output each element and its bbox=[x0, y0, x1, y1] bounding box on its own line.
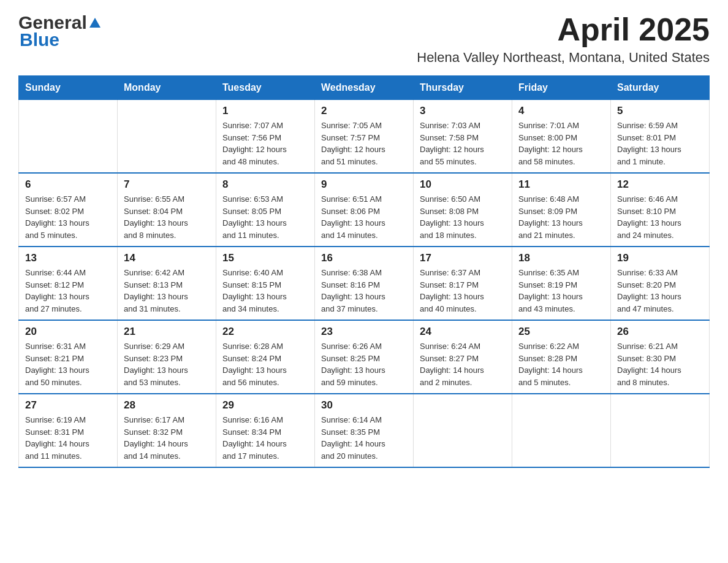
calendar-cell: 5Sunrise: 6:59 AMSunset: 8:01 PMDaylight… bbox=[611, 100, 710, 174]
day-number: 9 bbox=[321, 178, 407, 191]
day-info: Sunrise: 6:33 AMSunset: 8:20 PMDaylight:… bbox=[617, 267, 703, 315]
day-number: 1 bbox=[222, 105, 308, 117]
day-info: Sunrise: 6:22 AMSunset: 8:28 PMDaylight:… bbox=[518, 340, 604, 388]
day-number: 7 bbox=[124, 178, 210, 191]
header-row: Sunday Monday Tuesday Wednesday Thursday… bbox=[19, 76, 710, 100]
day-number: 3 bbox=[420, 105, 506, 117]
day-info: Sunrise: 6:17 AMSunset: 8:32 PMDaylight:… bbox=[124, 414, 210, 462]
day-number: 25 bbox=[518, 326, 604, 338]
calendar-row-5: 27Sunrise: 6:19 AMSunset: 8:31 PMDayligh… bbox=[19, 394, 710, 467]
calendar-cell: 21Sunrise: 6:29 AMSunset: 8:23 PMDayligh… bbox=[118, 320, 216, 394]
calendar-cell bbox=[512, 394, 611, 467]
calendar-row-2: 6Sunrise: 6:57 AMSunset: 8:02 PMDaylight… bbox=[19, 173, 710, 247]
day-number: 10 bbox=[420, 178, 506, 191]
calendar-cell: 16Sunrise: 6:38 AMSunset: 8:16 PMDayligh… bbox=[315, 247, 414, 320]
day-info: Sunrise: 7:03 AMSunset: 7:58 PMDaylight:… bbox=[420, 120, 506, 167]
day-number: 18 bbox=[518, 252, 604, 264]
calendar-row-1: 1Sunrise: 7:07 AMSunset: 7:56 PMDaylight… bbox=[19, 100, 710, 174]
day-info: Sunrise: 6:31 AMSunset: 8:21 PMDaylight:… bbox=[25, 340, 111, 388]
day-number: 30 bbox=[321, 399, 407, 412]
calendar-table: Sunday Monday Tuesday Wednesday Thursday… bbox=[18, 75, 710, 468]
calendar-cell bbox=[118, 100, 216, 174]
day-number: 24 bbox=[420, 326, 506, 338]
calendar-cell: 23Sunrise: 6:26 AMSunset: 8:25 PMDayligh… bbox=[315, 320, 414, 394]
day-info: Sunrise: 7:01 AMSunset: 8:00 PMDaylight:… bbox=[518, 120, 604, 167]
day-info: Sunrise: 6:48 AMSunset: 8:09 PMDaylight:… bbox=[518, 193, 604, 241]
day-info: Sunrise: 6:21 AMSunset: 8:30 PMDaylight:… bbox=[617, 340, 703, 388]
calendar-cell: 27Sunrise: 6:19 AMSunset: 8:31 PMDayligh… bbox=[19, 394, 118, 467]
day-number: 12 bbox=[617, 178, 703, 191]
calendar-cell: 1Sunrise: 7:07 AMSunset: 7:56 PMDaylight… bbox=[216, 100, 315, 174]
calendar-body: 1Sunrise: 7:07 AMSunset: 7:56 PMDaylight… bbox=[19, 100, 710, 468]
day-number: 28 bbox=[124, 399, 210, 412]
calendar-cell: 20Sunrise: 6:31 AMSunset: 8:21 PMDayligh… bbox=[19, 320, 118, 394]
calendar-cell: 8Sunrise: 6:53 AMSunset: 8:05 PMDaylight… bbox=[216, 173, 315, 247]
location-title: Helena Valley Northeast, Montana, United… bbox=[417, 50, 710, 66]
day-info: Sunrise: 6:59 AMSunset: 8:01 PMDaylight:… bbox=[617, 120, 703, 167]
day-info: Sunrise: 6:16 AMSunset: 8:34 PMDaylight:… bbox=[222, 414, 308, 462]
day-info: Sunrise: 6:50 AMSunset: 8:08 PMDaylight:… bbox=[420, 193, 506, 241]
calendar-header: Sunday Monday Tuesday Wednesday Thursday… bbox=[19, 76, 710, 100]
calendar-cell: 7Sunrise: 6:55 AMSunset: 8:04 PMDaylight… bbox=[118, 173, 216, 247]
day-number: 21 bbox=[124, 326, 210, 338]
day-info: Sunrise: 6:53 AMSunset: 8:05 PMDaylight:… bbox=[222, 193, 308, 241]
calendar-cell: 26Sunrise: 6:21 AMSunset: 8:30 PMDayligh… bbox=[611, 320, 710, 394]
calendar-cell: 29Sunrise: 6:16 AMSunset: 8:34 PMDayligh… bbox=[216, 394, 315, 467]
header-monday: Monday bbox=[118, 76, 216, 100]
day-info: Sunrise: 6:46 AMSunset: 8:10 PMDaylight:… bbox=[617, 193, 703, 241]
day-number: 6 bbox=[25, 178, 111, 191]
day-number: 13 bbox=[25, 252, 111, 264]
calendar-cell bbox=[414, 394, 512, 467]
day-number: 20 bbox=[25, 326, 111, 338]
day-info: Sunrise: 6:37 AMSunset: 8:17 PMDaylight:… bbox=[420, 267, 506, 315]
day-number: 4 bbox=[518, 105, 604, 117]
day-number: 29 bbox=[222, 399, 308, 412]
calendar-cell: 6Sunrise: 6:57 AMSunset: 8:02 PMDaylight… bbox=[19, 173, 118, 247]
day-info: Sunrise: 6:38 AMSunset: 8:16 PMDaylight:… bbox=[321, 267, 407, 315]
day-info: Sunrise: 6:24 AMSunset: 8:27 PMDaylight:… bbox=[420, 340, 506, 388]
calendar-cell: 15Sunrise: 6:40 AMSunset: 8:15 PMDayligh… bbox=[216, 247, 315, 320]
header-thursday: Thursday bbox=[414, 76, 512, 100]
day-number: 22 bbox=[222, 326, 308, 338]
calendar-cell: 3Sunrise: 7:03 AMSunset: 7:58 PMDaylight… bbox=[414, 100, 512, 174]
calendar-cell: 2Sunrise: 7:05 AMSunset: 7:57 PMDaylight… bbox=[315, 100, 414, 174]
day-info: Sunrise: 6:55 AMSunset: 8:04 PMDaylight:… bbox=[124, 193, 210, 241]
calendar-cell: 13Sunrise: 6:44 AMSunset: 8:12 PMDayligh… bbox=[19, 247, 118, 320]
calendar-cell: 19Sunrise: 6:33 AMSunset: 8:20 PMDayligh… bbox=[611, 247, 710, 320]
calendar-cell: 18Sunrise: 6:35 AMSunset: 8:19 PMDayligh… bbox=[512, 247, 611, 320]
day-info: Sunrise: 6:26 AMSunset: 8:25 PMDaylight:… bbox=[321, 340, 407, 388]
day-info: Sunrise: 6:28 AMSunset: 8:24 PMDaylight:… bbox=[222, 340, 308, 388]
day-info: Sunrise: 6:42 AMSunset: 8:13 PMDaylight:… bbox=[124, 267, 210, 315]
header-wednesday: Wednesday bbox=[315, 76, 414, 100]
day-info: Sunrise: 6:44 AMSunset: 8:12 PMDaylight:… bbox=[25, 267, 111, 315]
calendar-cell: 22Sunrise: 6:28 AMSunset: 8:24 PMDayligh… bbox=[216, 320, 315, 394]
calendar-cell: 4Sunrise: 7:01 AMSunset: 8:00 PMDaylight… bbox=[512, 100, 611, 174]
day-number: 26 bbox=[617, 326, 703, 338]
svg-marker-0 bbox=[89, 18, 100, 28]
day-number: 11 bbox=[518, 178, 604, 191]
calendar-cell: 10Sunrise: 6:50 AMSunset: 8:08 PMDayligh… bbox=[414, 173, 512, 247]
day-number: 2 bbox=[321, 105, 407, 117]
calendar-cell: 17Sunrise: 6:37 AMSunset: 8:17 PMDayligh… bbox=[414, 247, 512, 320]
day-info: Sunrise: 7:07 AMSunset: 7:56 PMDaylight:… bbox=[222, 120, 308, 167]
calendar-cell: 11Sunrise: 6:48 AMSunset: 8:09 PMDayligh… bbox=[512, 173, 611, 247]
day-number: 16 bbox=[321, 252, 407, 264]
header-tuesday: Tuesday bbox=[216, 76, 315, 100]
day-info: Sunrise: 6:35 AMSunset: 8:19 PMDaylight:… bbox=[518, 267, 604, 315]
header-saturday: Saturday bbox=[611, 76, 710, 100]
calendar-row-4: 20Sunrise: 6:31 AMSunset: 8:21 PMDayligh… bbox=[19, 320, 710, 394]
day-info: Sunrise: 6:19 AMSunset: 8:31 PMDaylight:… bbox=[25, 414, 111, 462]
day-number: 27 bbox=[25, 399, 111, 412]
calendar-cell: 28Sunrise: 6:17 AMSunset: 8:32 PMDayligh… bbox=[118, 394, 216, 467]
calendar-cell: 24Sunrise: 6:24 AMSunset: 8:27 PMDayligh… bbox=[414, 320, 512, 394]
day-info: Sunrise: 6:29 AMSunset: 8:23 PMDaylight:… bbox=[124, 340, 210, 388]
calendar-cell: 12Sunrise: 6:46 AMSunset: 8:10 PMDayligh… bbox=[611, 173, 710, 247]
day-info: Sunrise: 6:40 AMSunset: 8:15 PMDaylight:… bbox=[222, 267, 308, 315]
day-number: 5 bbox=[617, 105, 703, 117]
title-area: April 2025 Helena Valley Northeast, Mont… bbox=[417, 12, 710, 66]
day-number: 15 bbox=[222, 252, 308, 264]
calendar-cell: 30Sunrise: 6:14 AMSunset: 8:35 PMDayligh… bbox=[315, 394, 414, 467]
month-title: April 2025 bbox=[417, 12, 710, 47]
day-number: 17 bbox=[420, 252, 506, 264]
day-info: Sunrise: 6:57 AMSunset: 8:02 PMDaylight:… bbox=[25, 193, 111, 241]
